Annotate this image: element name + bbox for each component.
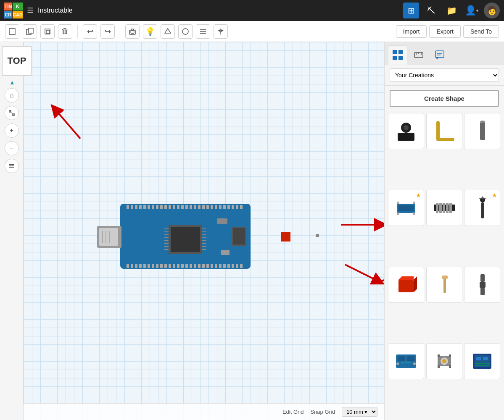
view-cube[interactable]: TOP: [2, 46, 32, 76]
svg-rect-147: [480, 274, 485, 282]
shape-item-sensor[interactable]: [388, 113, 424, 149]
svg-rect-101: [232, 264, 234, 268]
svg-rect-86: [169, 264, 171, 268]
logo-br: CAD: [13, 11, 23, 19]
svg-rect-61: [181, 205, 184, 209]
svg-marker-7: [165, 29, 171, 33]
svg-rect-102: [236, 264, 238, 268]
arduino-board[interactable]: [95, 202, 255, 271]
export-button[interactable]: Export: [429, 25, 460, 38]
view-cube-label: TOP: [8, 55, 26, 66]
svg-marker-144: [414, 276, 417, 292]
svg-rect-75: [240, 205, 243, 209]
svg-rect-84: [160, 264, 163, 268]
mirror-button[interactable]: [214, 24, 228, 39]
svg-rect-130: [413, 202, 415, 204]
home-view-button[interactable]: ⌂: [5, 88, 19, 102]
svg-rect-110: [393, 50, 397, 54]
sendto-button[interactable]: Send To: [463, 25, 499, 38]
import-button[interactable]: Import: [396, 25, 427, 38]
shape-item-tact-switch[interactable]: [426, 343, 462, 379]
tiny-component[interactable]: [316, 234, 319, 237]
nav-grid-btn[interactable]: ⊞: [403, 3, 419, 18]
avatar-button[interactable]: 🧑: [484, 3, 500, 18]
svg-rect-161: [438, 365, 440, 368]
shape1-button[interactable]: [161, 24, 175, 39]
svg-rect-66: [202, 205, 205, 209]
nav-build-btn[interactable]: ⛏: [423, 3, 439, 18]
zoom-out-button[interactable]: −: [5, 141, 19, 155]
category-select[interactable]: Your Creations Basic Shapes Featured: [390, 68, 499, 82]
svg-rect-78: [135, 264, 137, 268]
svg-rect-48: [127, 205, 129, 209]
svg-rect-56: [160, 205, 163, 209]
camera-button[interactable]: [125, 24, 140, 39]
shape2-button[interactable]: [178, 24, 193, 39]
add-user-button[interactable]: 👤+: [464, 3, 480, 18]
canvas-area[interactable]: ) Edit Grid Snap Grid 10 mm ▾ 5 mm 1 mm …: [24, 42, 384, 420]
svg-rect-142: [398, 280, 414, 292]
svg-rect-95: [206, 264, 209, 268]
svg-rect-89: [181, 264, 184, 268]
notes-tab[interactable]: [430, 45, 449, 65]
tinkercad-logo[interactable]: TIN K ER CAD: [4, 3, 23, 18]
nav-folder-btn[interactable]: 📁: [443, 3, 459, 18]
shape-item-blue-module[interactable]: [464, 343, 500, 379]
shape-item-pcb[interactable]: [388, 343, 424, 379]
svg-rect-71: [223, 205, 226, 209]
zoom-in-button[interactable]: +: [5, 123, 19, 138]
svg-rect-105: [217, 218, 227, 224]
svg-rect-139: [481, 202, 484, 218]
logo-tl: TIN: [4, 3, 12, 10]
svg-rect-68: [211, 205, 213, 209]
shape-item-pin[interactable]: [426, 267, 462, 303]
shape-item-bracket[interactable]: [426, 113, 462, 149]
shape-item-bar[interactable]: [464, 113, 500, 149]
ruler-tab[interactable]: [409, 45, 428, 65]
svg-rect-65: [198, 205, 201, 209]
svg-rect-0: [9, 29, 15, 34]
red-box-component[interactable]: [281, 232, 290, 242]
bulb-button[interactable]: 💡: [143, 24, 157, 39]
svg-rect-148: [480, 282, 486, 288]
layers-button[interactable]: [5, 159, 19, 173]
svg-rect-20: [9, 167, 14, 168]
svg-rect-59: [173, 205, 175, 209]
svg-rect-146: [442, 276, 448, 279]
svg-rect-4: [46, 30, 50, 34]
redo-button[interactable]: ↪: [100, 24, 115, 39]
create-shape-button[interactable]: Create Shape: [390, 90, 499, 107]
edit-grid-label: Edit Grid: [282, 409, 304, 415]
svg-rect-74: [236, 205, 238, 209]
svg-rect-98: [219, 264, 222, 268]
undo-button[interactable]: ↩: [83, 24, 97, 39]
delete-button[interactable]: 🗑: [58, 24, 72, 39]
svg-rect-19: [9, 165, 14, 166]
shape-item-module[interactable]: ★: [388, 190, 424, 226]
svg-rect-134: [439, 203, 442, 213]
shapes-tab[interactable]: [388, 45, 407, 65]
right-panel: Your Creations Basic Shapes Featured Cre…: [384, 42, 504, 420]
duplicate-button[interactable]: [40, 24, 55, 39]
snap-grid-select[interactable]: 10 mm ▾ 5 mm 1 mm 0.5 mm: [342, 407, 377, 417]
svg-rect-92: [194, 264, 196, 268]
fit-view-button[interactable]: [5, 106, 19, 120]
svg-rect-79: [139, 264, 142, 268]
svg-point-8: [182, 29, 188, 34]
svg-rect-58: [169, 205, 171, 209]
left-buttons: ⌂ + −: [5, 87, 19, 173]
shape-item-standoff[interactable]: [464, 267, 500, 303]
shape-item-red-btn[interactable]: [388, 267, 424, 303]
new-button[interactable]: [5, 24, 19, 39]
list-icon: ☰: [27, 6, 34, 15]
star-badge: ★: [416, 192, 421, 199]
shape-item-screw[interactable]: ★: [464, 190, 500, 226]
svg-rect-87: [173, 264, 175, 268]
svg-rect-64: [194, 205, 196, 209]
shape-item-header[interactable]: [426, 190, 462, 226]
align-button[interactable]: [196, 24, 210, 39]
svg-rect-2: [29, 28, 33, 33]
toolbar-divider: [77, 25, 78, 38]
copy-button[interactable]: [23, 24, 37, 39]
svg-rect-128: [397, 202, 399, 204]
